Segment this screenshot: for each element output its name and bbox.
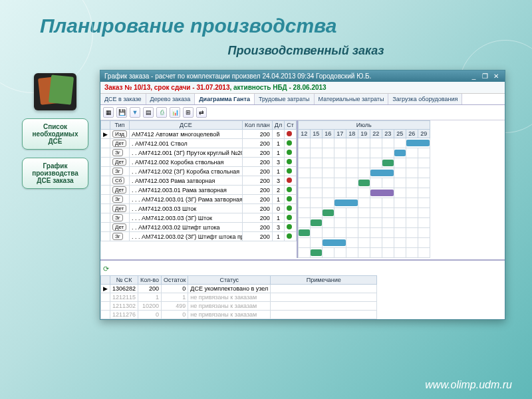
footer-url: www.olimp.udm.ru [425,379,512,391]
table-row[interactable]: Дет. АМ7412.001 Ствол2001 [101,139,297,148]
gantt-row [298,248,430,258]
side-btn-dse-list[interactable]: Список необходимых ДСЕ [22,118,88,150]
left-sidebar: Список необходимых ДСЕ График производст… [19,73,92,189]
gantt-row [298,178,430,188]
toolbar: ▦ 💾 ▼ ▤ ⎙ 📊 ⊞ ⇄ [100,105,505,120]
nbd-date: 28.06.2013 [293,84,327,91]
gantt-row [298,148,430,158]
gantt-row [298,198,430,208]
refresh-icon[interactable]: ⟳ [103,265,112,274]
table-row[interactable]: Зг. . АМ7412.002 (ЗГ) Коробка ствольная2… [101,167,297,176]
tab-0[interactable]: ДСЕ в заказе [100,94,146,104]
order-deadline: 31.07.2013 [196,84,229,91]
tab-3[interactable]: Трудовые затраты [255,94,315,104]
gantt-row [298,218,430,228]
tool-calendar-icon[interactable]: ▦ [103,107,114,118]
app-window: График заказа - расчет по комплектации п… [100,70,505,320]
tabs: ДСЕ в заказеДерево заказаДиаграмма Ганта… [100,94,505,105]
stock-row[interactable]: 121211511не привязаны к заказам [101,293,377,302]
table-row[interactable]: Дет. . АМ7412.003.03 Шток2000 [101,204,297,213]
tool-tree-icon[interactable]: ⊞ [183,107,194,118]
maximize-icon[interactable]: ❐ [480,72,489,80]
order-label: Заказ № 10/13, срок сдачи - [104,84,196,91]
gantt-row [298,238,430,248]
nbd-label: , активность НБД - [229,84,293,91]
gantt-row [298,208,430,218]
tool-save-icon[interactable]: 💾 [116,107,127,118]
close-icon[interactable]: ✕ [491,72,501,80]
tab-2[interactable]: Диаграмма Ганта [195,94,255,104]
minimize-icon[interactable]: _ [469,72,478,80]
table-row[interactable]: Сб. АМ7412.003 Рама затворная2003 [101,176,297,186]
table-row[interactable]: Дет. АМ7412.002 Коробка ствольная2003 [101,158,297,167]
stock-row[interactable]: 121130210200499не привязаны к заказам [101,302,377,311]
table-row[interactable]: Зг. . АМ7412.001 (ЗГ) Пруток круглый №20… [101,148,297,158]
gantt-row [298,188,430,198]
gantt-row [298,168,430,178]
dse-table: ТипДСЕКол планДлСт▶ИздАМ7412 Автомат мно… [100,120,297,241]
toolbox-icon [34,73,76,110]
tool-filter-icon[interactable]: ▼ [130,107,140,118]
tool-sheet-icon[interactable]: ▤ [143,107,154,118]
tab-5[interactable]: Загрузка оборудования [388,94,462,104]
gantt-row [298,138,430,148]
window-title: График заказа - расчет по комплектации п… [104,72,371,80]
tab-1[interactable]: Дерево заказа [146,94,196,104]
gantt-row [298,158,430,168]
tool-chart-icon[interactable]: 📊 [170,107,180,118]
order-header: Заказ № 10/13, срок сдачи - 31.07.2013, … [100,82,505,94]
stock-row[interactable]: 121127600не привязаны к заказам [101,311,377,319]
side-btn-schedule[interactable]: График производства ДСЕ заказа [22,158,88,189]
table-row[interactable]: Зг. . . АМ7412.003.01 (ЗГ) Рама затворна… [101,195,297,204]
table-row[interactable]: ▶ИздАМ7412 Автомат многоцелевой2005 [101,130,297,139]
titlebar: График заказа - расчет по комплектации п… [100,70,505,82]
tab-4[interactable]: Материальные затраты [315,94,389,104]
table-row[interactable]: Дет. . АМ7412.003.01 Рама затворная2002 [101,186,297,195]
tool-link-icon[interactable]: ⇄ [196,107,207,118]
gantt-chart: Июль1215161718192223252629 [298,120,430,258]
stock-table: № СККол-воОстатокСтатусПримечание▶130628… [100,275,377,319]
stock-row[interactable]: ▶13062822000ДСЕ укомплектовано в узел [101,285,377,293]
gantt-row [298,228,430,238]
table-row[interactable]: Дет. . АМ7412.003.02 Штифт штока2003 [101,223,297,232]
tool-export-icon[interactable]: ⎙ [156,107,167,118]
bottom-grid: ⟳ № СККол-воОстатокСтатусПримечание▶1306… [100,259,505,319]
sub-title: Производственный заказ [80,44,532,58]
table-row[interactable]: Зг. . . АМ7412.003.03 (ЗГ) Шток2001 [101,213,297,223]
gantt-grid: ТипДСЕКол планДлСт▶ИздАМ7412 Автомат мно… [100,120,505,258]
table-row[interactable]: Зг. . . АМ7412.003.02 (ЗГ) Штифт штока п… [101,232,297,241]
